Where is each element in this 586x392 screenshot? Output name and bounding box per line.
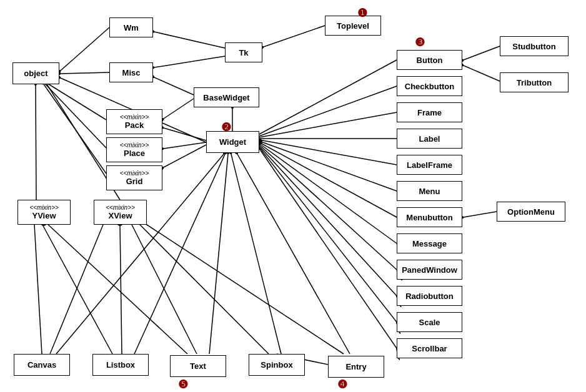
svg-line-39 [131, 223, 197, 354]
node-panedwindow: PanedWindow [397, 260, 462, 280]
svg-line-4 [154, 56, 225, 67]
svg-line-35 [42, 225, 112, 354]
node-tributton: Tributton [500, 72, 569, 92]
diagram-svg [0, 0, 586, 392]
svg-line-27 [464, 46, 500, 60]
svg-line-19 [259, 140, 397, 165]
svg-line-5 [154, 77, 194, 95]
svg-line-38 [47, 223, 187, 354]
svg-line-3 [154, 32, 225, 48]
svg-line-17 [259, 112, 397, 137]
node-menu: Menu [397, 181, 462, 201]
circle-label-1: ❶ [357, 6, 367, 20]
node-studbutton: Studbutton [500, 36, 569, 56]
svg-line-33 [50, 225, 103, 354]
node-radiobutton: Radiobutton [397, 286, 462, 306]
svg-line-20 [259, 141, 397, 191]
node-checkbutton: Checkbutton [397, 76, 462, 96]
svg-line-21 [259, 142, 397, 217]
node-widget: Widget [206, 131, 259, 153]
svg-line-41 [139, 223, 269, 354]
node-pack: <<mixin>> Pack [106, 109, 162, 134]
svg-line-36 [120, 225, 122, 354]
svg-line-6 [164, 99, 194, 119]
svg-line-1 [61, 72, 109, 74]
svg-line-13 [164, 145, 206, 167]
node-xview: <<mixin>> XView [94, 200, 147, 225]
svg-line-24 [259, 146, 397, 296]
node-scrollbar: Scrollbar [397, 338, 462, 358]
svg-line-26 [259, 149, 397, 348]
node-entry: Entry [328, 356, 384, 378]
node-toplevel: Toplevel [325, 16, 381, 36]
node-object: object [12, 62, 59, 84]
circle-label-2: ❷ [221, 120, 231, 134]
node-labelframe: LabelFrame [397, 155, 462, 175]
node-wm: Wm [109, 17, 153, 37]
node-button: Button [397, 50, 462, 70]
node-listbox: Listbox [92, 354, 149, 376]
node-text: Text [170, 355, 226, 377]
node-grid: <<mixin>> Grid [106, 165, 162, 190]
node-tk: Tk [225, 42, 262, 62]
svg-line-11 [164, 128, 206, 140]
node-message: Message [397, 233, 462, 253]
node-yview: <<mixin>> YView [17, 200, 71, 225]
svg-line-30 [36, 86, 36, 200]
circle-label-3: ❸ [415, 36, 425, 49]
svg-line-0 [61, 27, 109, 71]
svg-line-40 [209, 154, 228, 354]
svg-line-25 [259, 147, 397, 322]
svg-line-12 [164, 142, 206, 149]
svg-line-8 [44, 82, 106, 148]
node-label: Label [397, 129, 462, 149]
node-menubutton: Menubutton [397, 207, 462, 227]
svg-line-44 [145, 223, 344, 354]
svg-line-15 [259, 60, 397, 134]
node-spinbox: Spinbox [249, 354, 305, 376]
svg-line-2 [264, 26, 325, 47]
circle-label-4: ❹ [337, 378, 347, 391]
svg-line-16 [259, 86, 397, 136]
svg-line-23 [259, 145, 397, 270]
svg-line-32 [34, 225, 42, 354]
circle-label-5: ❺ [178, 378, 188, 391]
diagram-container: object Wm Misc Toplevel Tk BaseWidget <<… [0, 0, 586, 392]
svg-line-28 [464, 66, 500, 81]
node-optionmenu: OptionMenu [497, 202, 565, 222]
node-misc: Misc [109, 62, 153, 82]
node-canvas: Canvas [14, 354, 70, 376]
node-frame: Frame [397, 102, 462, 122]
svg-line-7 [44, 81, 106, 120]
node-basewidget: BaseWidget [194, 87, 259, 107]
node-place: <<mixin>> Place [106, 137, 162, 162]
svg-line-22 [259, 144, 397, 243]
svg-line-29 [464, 212, 497, 217]
node-scale: Scale [397, 312, 462, 332]
